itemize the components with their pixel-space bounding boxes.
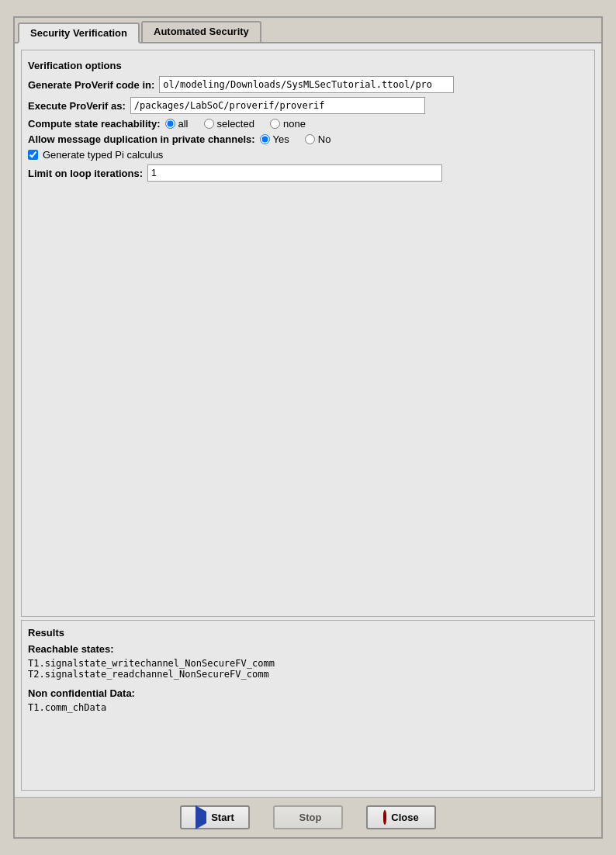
radio-none-input[interactable]	[270, 119, 280, 129]
verification-form: Verification options Generate ProVerif c…	[28, 57, 588, 189]
generate-typed-row: Generate typed Pi calculus	[28, 149, 588, 161]
reachable-state-2: T2.signalstate_readchannel_NonSecureFV_c…	[28, 669, 588, 680]
results-panel: Results Reachable states: T1.signalstate…	[21, 620, 595, 791]
content-area: Verification options Generate ProVerif c…	[15, 43, 601, 797]
spacer	[28, 189, 588, 344]
radio-no-label: No	[318, 133, 331, 145]
radio-none[interactable]: none	[270, 118, 306, 130]
radio-selected-input[interactable]	[204, 119, 214, 129]
allow-message-row: Allow message duplication in private cha…	[28, 133, 588, 145]
tab-automated-security[interactable]: Automated Security	[141, 21, 261, 42]
start-button[interactable]: Start	[180, 805, 250, 829]
non-confidential-label: Non confidential Data:	[28, 687, 588, 699]
execute-proverif-input[interactable]	[130, 97, 425, 114]
generate-proverif-label: Generate ProVerif code in:	[28, 79, 154, 91]
radio-yes-label: Yes	[273, 133, 289, 145]
radio-yes[interactable]: Yes	[260, 133, 289, 145]
reachable-states-label: Reachable states:	[28, 643, 588, 655]
radio-yes-input[interactable]	[260, 134, 270, 144]
results-content: Results Reachable states: T1.signalstate…	[28, 627, 588, 713]
non-confidential-item-1: T1.comm_chData	[28, 702, 588, 713]
radio-selected[interactable]: selected	[204, 118, 254, 130]
compute-state-radio-group: all selected none	[165, 118, 306, 130]
generate-proverif-input[interactable]	[159, 76, 454, 93]
results-title: Results	[28, 627, 588, 639]
close-label: Close	[391, 812, 418, 823]
radio-no-input[interactable]	[305, 134, 315, 144]
radio-selected-label: selected	[217, 118, 254, 130]
radio-all-input[interactable]	[165, 119, 175, 129]
limit-loop-input[interactable]	[147, 164, 442, 182]
start-label: Start	[211, 812, 234, 823]
execute-proverif-row: Execute ProVerif as:	[28, 97, 588, 114]
generate-typed-checkbox[interactable]	[28, 150, 38, 160]
radio-no[interactable]: No	[305, 133, 331, 145]
compute-state-label: Compute state reachability:	[28, 118, 161, 130]
radio-none-label: none	[283, 118, 306, 130]
main-window: Security Verification Automated Security…	[13, 16, 603, 839]
start-icon	[196, 812, 206, 823]
section-title-verification: Verification options	[28, 60, 588, 71]
limit-loop-row: Limit on loop iterations:	[28, 164, 588, 182]
stop-button[interactable]: Stop	[273, 805, 343, 829]
button-bar: Start Stop Close	[15, 797, 601, 837]
close-icon	[383, 812, 386, 823]
upper-panel: Verification options Generate ProVerif c…	[21, 50, 595, 617]
radio-all[interactable]: all	[165, 118, 189, 130]
stop-label: Stop	[299, 812, 322, 823]
play-icon	[196, 805, 206, 829]
main-split: Verification options Generate ProVerif c…	[21, 50, 595, 791]
execute-proverif-label: Execute ProVerif as:	[28, 100, 126, 112]
tab-bar: Security Verification Automated Security	[15, 18, 601, 43]
close-button[interactable]: Close	[366, 805, 436, 829]
allow-message-radio-group: Yes No	[260, 133, 331, 145]
compute-state-row: Compute state reachability: all selected	[28, 118, 588, 130]
radio-all-label: all	[178, 118, 189, 130]
allow-message-label: Allow message duplication in private cha…	[28, 133, 255, 145]
limit-loop-label: Limit on loop iterations:	[28, 168, 143, 179]
reachable-state-1: T1.signalstate_writechannel_NonSecureFV_…	[28, 658, 588, 669]
close-circle-icon	[383, 810, 386, 825]
generate-proverif-row: Generate ProVerif code in:	[28, 76, 588, 93]
tab-security-verification[interactable]: Security Verification	[18, 22, 140, 43]
generate-typed-label: Generate typed Pi calculus	[43, 149, 163, 161]
